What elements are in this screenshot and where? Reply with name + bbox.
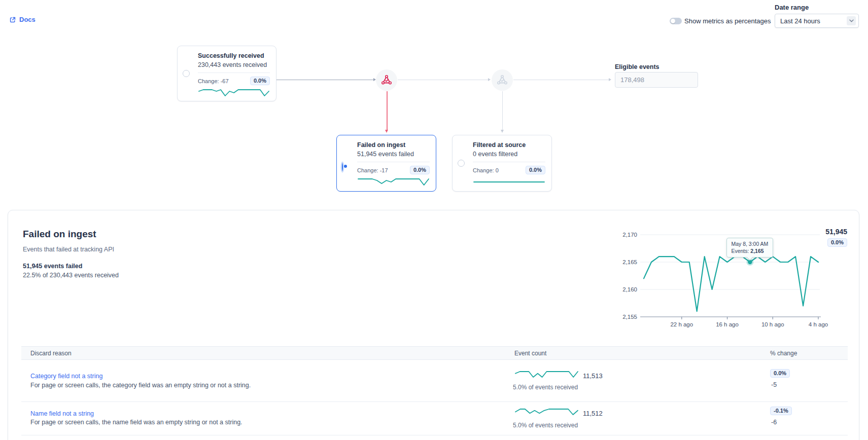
source-filter-node (492, 69, 513, 91)
column-percent-change: % change (770, 347, 797, 360)
card-subtitle: 0 events filtered (473, 151, 545, 158)
source-filter-icon (496, 74, 508, 86)
docs-link-label: Docs (19, 16, 36, 23)
connector-ingest-to-failed (387, 91, 388, 130)
date-range-select[interactable]: Last 24 hours (775, 14, 859, 28)
ingest-validation-node (376, 69, 397, 91)
sparkline (198, 88, 270, 97)
radio-received[interactable] (183, 70, 190, 77)
change-label: Change: 0 (473, 167, 499, 173)
tooltip-value: 2,165 (750, 248, 763, 254)
svg-text:4 h ago: 4 h ago (809, 321, 828, 327)
radio-failed[interactable] (342, 163, 343, 171)
card-title: Failed on ingest (357, 141, 430, 149)
connector-filter-to-filtered (502, 91, 503, 130)
percent-change-badge: 0.0% (770, 369, 790, 378)
card-title: Successfully received (198, 52, 270, 59)
arrowhead-down-icon (501, 130, 504, 133)
ingest-check-icon (380, 74, 393, 86)
event-count-percent: 5.0% of events received (513, 422, 578, 429)
svg-text:2,165: 2,165 (622, 259, 637, 265)
svg-text:22 h ago: 22 h ago (670, 321, 693, 327)
date-range-label: Date range (775, 4, 809, 11)
change-badge: 0.0% (526, 166, 545, 174)
arrowhead-down-icon (385, 130, 388, 133)
connector-ingest-to-filter (398, 80, 488, 80)
tooltip-date: May 8, 3:00 AM (731, 240, 773, 247)
events-failed-stat: 51,945 events failed (23, 263, 82, 270)
flow-card-received[interactable]: Successfully received 230,443 events rec… (177, 46, 276, 101)
eligible-events-label: Eligible events (615, 63, 659, 70)
discard-reason-link[interactable]: Category field not a string (30, 373, 102, 380)
divider (198, 72, 270, 73)
event-count-value: 11,513 (583, 372, 603, 380)
change-badge: 0.0% (410, 166, 430, 174)
column-event-count: Event count (514, 347, 546, 360)
svg-text:2,160: 2,160 (622, 286, 637, 292)
toggle-label: Show metrics as percentages (684, 17, 771, 25)
chart-total-badge: 0.0% (827, 238, 847, 247)
column-discard-reason: Discard reason (30, 347, 72, 360)
failed-on-ingest-panel: Failed on ingest Events that failed at t… (8, 210, 859, 440)
events-chart[interactable]: 2,1552,1602,1652,17022 h ago16 h ago10 h… (586, 224, 863, 333)
card-subtitle: 51,945 events failed (357, 151, 430, 158)
card-title: Filtered at source (473, 141, 545, 149)
event-count-value: 11,512 (583, 410, 603, 417)
change-value: -6 (771, 419, 777, 426)
change-label: Change: -17 (357, 167, 388, 173)
svg-text:16 h ago: 16 h ago (716, 321, 739, 327)
sparkline (357, 177, 430, 187)
connector-received-to-ingest (276, 80, 373, 80)
arrowhead-right-icon (488, 78, 491, 81)
divider (357, 162, 430, 162)
external-link-icon (9, 16, 16, 23)
chart-total-value: 51,945 (825, 228, 847, 236)
discard-reason-link[interactable]: Name field not a string (30, 410, 94, 417)
svg-text:2,155: 2,155 (622, 314, 637, 320)
sparkline (514, 408, 579, 416)
events-failed-percent-stat: 22.5% of 230,443 events received (23, 272, 119, 279)
show-percentages-toggle[interactable] (670, 18, 682, 24)
panel-title: Failed on ingest (23, 229, 96, 240)
date-range-value: Last 24 hours (780, 17, 820, 25)
svg-text:2,170: 2,170 (622, 232, 637, 238)
line-chart-canvas: 2,1552,1602,1652,17022 h ago16 h ago10 h… (586, 224, 863, 333)
discard-reason-description: For page or screen calls, the name field… (30, 419, 242, 426)
event-count-percent: 5.0% of events received (513, 384, 578, 391)
flow-card-filtered[interactable]: Filtered at source 0 events filtered Cha… (452, 135, 552, 192)
panel-subtitle: Events that failed at tracking API (23, 246, 114, 253)
tooltip-label: Events: (731, 248, 749, 254)
arrowhead-right-icon (609, 78, 611, 81)
toggle-knob (671, 19, 675, 23)
table-row: Name field not a string For page or scre… (21, 402, 848, 435)
eligible-events-input[interactable] (615, 72, 698, 88)
table-row: Category field not a string For page or … (21, 359, 848, 402)
table-header: Discard reason Event count % change (21, 346, 848, 360)
percent-change-badge: -0.1% (770, 407, 792, 415)
change-value: -5 (771, 381, 777, 388)
chart-tooltip: May 8, 3:00 AM Events: 2,165 (726, 238, 773, 258)
connector-filter-to-eligible (513, 80, 609, 80)
discard-reason-description: For page or screen calls, the category f… (30, 382, 251, 389)
change-label: Change: -67 (198, 78, 229, 84)
flow-card-failed[interactable]: Failed on ingest 51,945 events failed Ch… (336, 135, 436, 192)
card-subtitle: 230,443 events received (198, 61, 270, 68)
divider (473, 162, 545, 162)
docs-link[interactable]: Docs (9, 16, 36, 23)
sparkline (473, 177, 545, 187)
sparkline (514, 370, 579, 379)
change-badge: 0.0% (250, 77, 270, 85)
chevron-down-icon (847, 16, 856, 25)
svg-text:10 h ago: 10 h ago (761, 321, 784, 327)
radio-filtered[interactable] (458, 160, 465, 167)
